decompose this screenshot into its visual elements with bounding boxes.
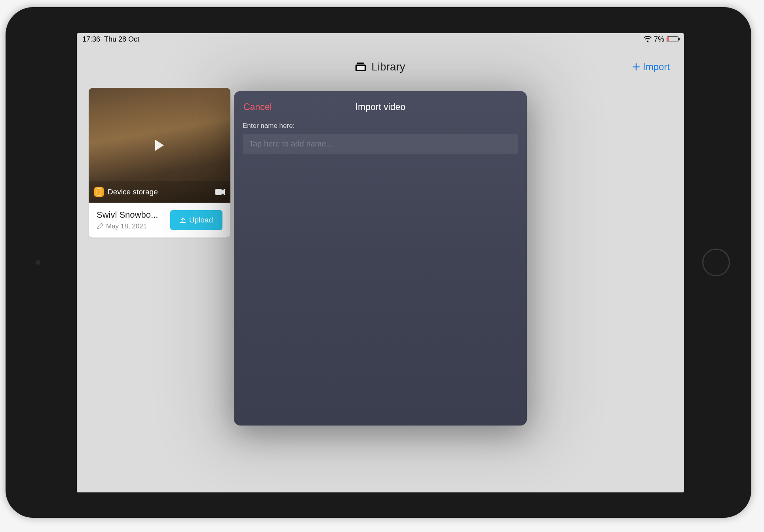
import-video-modal: Cancel Import video Enter name here: bbox=[234, 91, 527, 426]
upload-icon bbox=[180, 217, 186, 223]
video-date: May 18, 2021 bbox=[106, 222, 147, 230]
status-date: Thu 28 Oct bbox=[104, 35, 139, 44]
modal-title: Import video bbox=[355, 102, 406, 112]
tablet-frame: 17:36 Thu 28 Oct 7% Library bbox=[6, 7, 751, 518]
page-title: Library bbox=[371, 61, 405, 73]
video-title: Swivl Snowbo... bbox=[97, 210, 164, 220]
svg-rect-1 bbox=[357, 63, 364, 64]
edit-icon bbox=[97, 223, 103, 230]
wifi-icon bbox=[644, 36, 652, 42]
library-icon bbox=[355, 63, 366, 71]
cancel-button[interactable]: Cancel bbox=[243, 102, 272, 112]
upload-button[interactable]: Upload bbox=[170, 210, 222, 230]
video-thumbnail[interactable]: Device storage bbox=[89, 88, 230, 203]
import-button[interactable]: Import bbox=[633, 61, 670, 72]
battery-icon bbox=[667, 36, 678, 42]
device-storage-icon bbox=[94, 187, 104, 197]
video-name-input[interactable] bbox=[243, 134, 518, 154]
screen: 17:36 Thu 28 Oct 7% Library bbox=[77, 33, 684, 492]
svg-point-5 bbox=[99, 194, 99, 194]
storage-label: Device storage bbox=[108, 188, 158, 196]
svg-rect-3 bbox=[357, 66, 365, 70]
svg-rect-6 bbox=[215, 189, 222, 195]
plus-icon bbox=[633, 63, 640, 70]
battery-percent: 7% bbox=[654, 35, 664, 44]
video-card[interactable]: Device storage Swivl Snowbo... May 18, 2… bbox=[89, 88, 230, 238]
import-label: Import bbox=[643, 61, 670, 72]
svg-point-0 bbox=[647, 40, 648, 42]
home-button[interactable] bbox=[702, 249, 730, 276]
status-bar: 17:36 Thu 28 Oct 7% bbox=[77, 33, 684, 45]
play-icon bbox=[155, 140, 164, 151]
status-time: 17:36 bbox=[82, 35, 100, 44]
video-camera-icon bbox=[215, 189, 225, 195]
upload-label: Upload bbox=[189, 216, 213, 224]
name-field-label: Enter name here: bbox=[243, 122, 518, 130]
app-header: Library Import bbox=[77, 53, 684, 81]
